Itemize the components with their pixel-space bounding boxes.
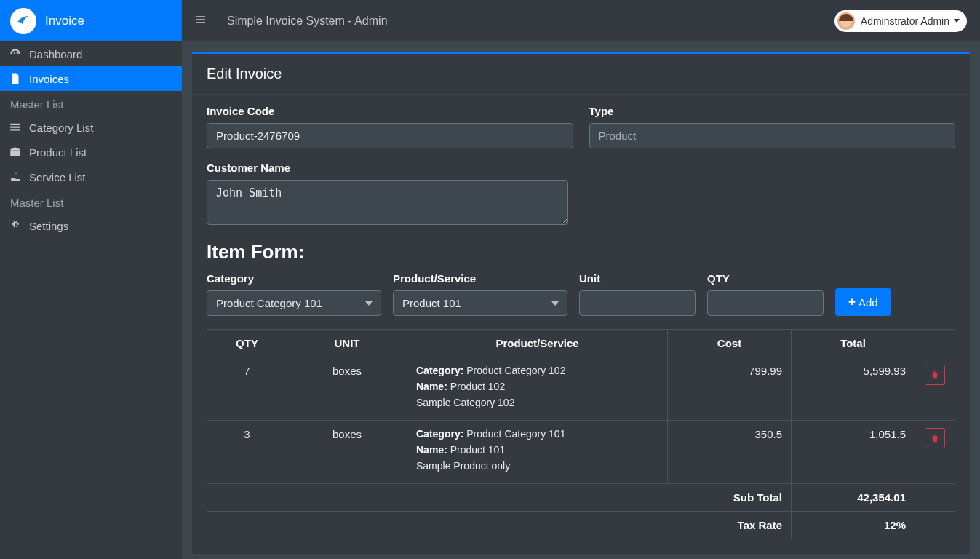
- user-name: Adminstrator Admin: [861, 15, 949, 27]
- sidebar-section-master-list-2: Master List: [0, 189, 182, 213]
- brand-title: Invoice: [45, 14, 84, 28]
- qty-input[interactable]: [707, 290, 824, 316]
- invoice-code-label: Invoice Code: [207, 105, 573, 117]
- delete-row-button[interactable]: [925, 365, 945, 385]
- table-row: 3 boxes Category: Product Category 101 N…: [207, 421, 955, 484]
- main-content: Edit Invoice Invoice Code Type Customer …: [182, 41, 980, 559]
- sidebar-item-dashboard[interactable]: Dashboard: [0, 41, 182, 66]
- gears-icon: [9, 219, 29, 232]
- sidebar-item-label: Product List: [29, 146, 87, 159]
- add-button-label: Add: [859, 296, 878, 309]
- edit-invoice-card: Edit Invoice Invoice Code Type Customer …: [192, 52, 970, 554]
- cell-qty: 7: [207, 357, 287, 421]
- sidebar-item-category-list[interactable]: Category List: [0, 115, 182, 140]
- cell-product: Category: Product Category 102 Name: Pro…: [407, 357, 668, 421]
- taxrate-row: Tax Rate 12%: [207, 512, 955, 539]
- type-label: Type: [589, 105, 956, 117]
- chevron-down-icon: [954, 19, 960, 23]
- unit-input[interactable]: [579, 290, 696, 316]
- trash-icon: [930, 433, 940, 443]
- item-form-title: Item Form:: [207, 241, 955, 263]
- sidebar-item-product-list[interactable]: Product List: [0, 140, 182, 164]
- sidebar-item-label: Dashboard: [29, 48, 82, 60]
- cell-unit: boxes: [287, 357, 407, 421]
- type-input[interactable]: [589, 123, 956, 148]
- unit-label: Unit: [579, 272, 696, 285]
- invoice-code-input[interactable]: [207, 123, 573, 148]
- cell-cost: 799.99: [668, 357, 792, 421]
- add-button[interactable]: + Add: [835, 288, 891, 316]
- sidebar-item-label: Service List: [29, 171, 86, 183]
- plus-icon: +: [848, 295, 856, 309]
- sidebar-item-label: Category List: [29, 122, 93, 134]
- cell-total: 1,051.5: [792, 421, 915, 484]
- sidebar-section-master-list-1: Master List: [0, 91, 182, 115]
- sidebar-item-label: Invoices: [29, 73, 69, 85]
- cell-total: 5,599.93: [792, 357, 915, 421]
- subtotal-row: Sub Total 42,354.01: [207, 484, 955, 512]
- card-title: Edit Invoice: [192, 54, 970, 95]
- topbar: Simple Invoice System - Admin Adminstrat…: [182, 0, 980, 41]
- sidebar-item-service-list[interactable]: Service List: [0, 164, 182, 189]
- list-icon: [9, 121, 29, 134]
- sidebar-item-label: Settings: [29, 220, 68, 232]
- cell-cost: 350.5: [668, 421, 792, 484]
- sidebar-item-settings[interactable]: Settings: [0, 213, 182, 238]
- taxrate-value: 12%: [792, 512, 915, 539]
- user-menu[interactable]: Adminstrator Admin: [834, 10, 967, 32]
- customer-name-label: Customer Name: [207, 162, 568, 174]
- hamburger-icon[interactable]: [195, 14, 207, 28]
- table-row: 7 boxes Category: Product Category 102 N…: [207, 357, 955, 421]
- brand[interactable]: Invoice: [0, 0, 182, 41]
- sidebar-item-invoices[interactable]: Invoices: [0, 66, 182, 91]
- subtotal-value: 42,354.01: [792, 484, 915, 512]
- avatar-icon: [837, 12, 855, 30]
- product-label: Product/Service: [393, 272, 567, 285]
- customer-name-input[interactable]: [207, 180, 568, 225]
- hand-holding-icon: [9, 170, 29, 183]
- th-total: Total: [792, 330, 915, 357]
- subtotal-label: Sub Total: [207, 484, 792, 512]
- th-cost: Cost: [668, 330, 792, 357]
- sidebar: Invoice Dashboard Invoices Master List C…: [0, 0, 182, 559]
- box-icon: [9, 146, 29, 159]
- brand-logo: [10, 8, 36, 34]
- items-table: QTY UNIT Product/Service Cost Total 7 bo…: [207, 329, 955, 539]
- th-qty: QTY: [207, 330, 287, 357]
- dashboard-icon: [9, 47, 29, 60]
- taxrate-label: Tax Rate: [207, 512, 792, 539]
- qty-label: QTY: [707, 272, 824, 285]
- th-unit: UNIT: [287, 330, 407, 357]
- product-select[interactable]: Product 101: [393, 290, 567, 316]
- category-select[interactable]: Product Category 101: [207, 290, 381, 316]
- cell-unit: boxes: [287, 421, 407, 484]
- th-product: Product/Service: [407, 330, 668, 357]
- cell-product: Category: Product Category 101 Name: Pro…: [407, 421, 668, 484]
- trash-icon: [930, 370, 940, 380]
- cell-qty: 3: [207, 421, 287, 484]
- category-label: Category: [207, 272, 381, 285]
- topbar-title: Simple Invoice System - Admin: [227, 15, 388, 28]
- delete-row-button[interactable]: [925, 428, 945, 448]
- file-icon: [9, 72, 29, 85]
